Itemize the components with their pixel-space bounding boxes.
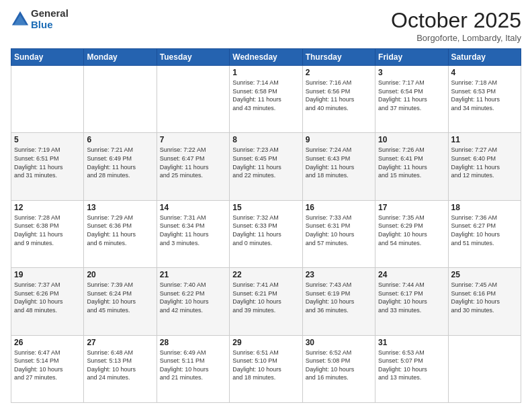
calendar-day-header: Sunday — [11, 49, 84, 66]
calendar-cell: 4Sunrise: 7:18 AM Sunset: 6:53 PM Daylig… — [448, 66, 521, 133]
calendar-cell: 11Sunrise: 7:27 AM Sunset: 6:40 PM Dayli… — [448, 133, 521, 200]
day-info: Sunrise: 6:47 AM Sunset: 5:14 PM Dayligh… — [14, 349, 81, 382]
calendar-cell: 14Sunrise: 7:31 AM Sunset: 6:34 PM Dayli… — [157, 200, 229, 267]
day-number: 13 — [87, 203, 153, 212]
logo-general-text: General — [31, 8, 69, 19]
day-number: 23 — [306, 270, 372, 279]
day-info: Sunrise: 7:27 AM Sunset: 6:40 PM Dayligh… — [451, 146, 518, 179]
day-info: Sunrise: 7:22 AM Sunset: 6:47 PM Dayligh… — [160, 146, 226, 179]
day-info: Sunrise: 7:18 AM Sunset: 6:53 PM Dayligh… — [451, 79, 518, 112]
calendar-day-header: Thursday — [302, 49, 375, 66]
day-number: 7 — [160, 135, 226, 144]
subtitle: Borgoforte, Lombardy, Italy — [391, 33, 521, 43]
day-number: 18 — [451, 203, 518, 212]
day-info: Sunrise: 7:40 AM Sunset: 6:22 PM Dayligh… — [160, 281, 226, 314]
calendar-cell: 25Sunrise: 7:45 AM Sunset: 6:16 PM Dayli… — [448, 268, 521, 335]
day-info: Sunrise: 7:45 AM Sunset: 6:16 PM Dayligh… — [451, 281, 518, 314]
day-number: 12 — [14, 203, 81, 212]
calendar-cell: 27Sunrise: 6:48 AM Sunset: 5:13 PM Dayli… — [84, 335, 157, 402]
day-info: Sunrise: 7:44 AM Sunset: 6:17 PM Dayligh… — [378, 281, 445, 314]
calendar-cell: 3Sunrise: 7:17 AM Sunset: 6:54 PM Daylig… — [375, 66, 448, 133]
day-info: Sunrise: 7:31 AM Sunset: 6:34 PM Dayligh… — [160, 214, 226, 247]
day-number: 14 — [160, 203, 226, 212]
calendar-cell: 30Sunrise: 6:52 AM Sunset: 5:08 PM Dayli… — [302, 335, 375, 402]
day-info: Sunrise: 7:41 AM Sunset: 6:21 PM Dayligh… — [232, 281, 299, 314]
day-number: 8 — [232, 135, 299, 144]
calendar-cell — [448, 335, 521, 402]
day-info: Sunrise: 6:48 AM Sunset: 5:13 PM Dayligh… — [87, 349, 153, 382]
day-info: Sunrise: 7:36 AM Sunset: 6:27 PM Dayligh… — [451, 214, 518, 247]
logo: General Blue — [11, 8, 69, 30]
day-number: 19 — [14, 270, 81, 279]
calendar-cell — [11, 66, 84, 133]
day-number: 17 — [378, 203, 445, 212]
calendar-day-header: Monday — [84, 49, 157, 66]
day-info: Sunrise: 7:32 AM Sunset: 6:33 PM Dayligh… — [232, 214, 299, 247]
calendar-day-header: Tuesday — [157, 49, 229, 66]
day-number: 27 — [87, 338, 153, 347]
day-info: Sunrise: 7:29 AM Sunset: 6:36 PM Dayligh… — [87, 214, 153, 247]
calendar-day-header: Saturday — [448, 49, 521, 66]
calendar-cell: 16Sunrise: 7:33 AM Sunset: 6:31 PM Dayli… — [302, 200, 375, 267]
day-info: Sunrise: 7:37 AM Sunset: 6:26 PM Dayligh… — [14, 281, 81, 314]
day-info: Sunrise: 7:26 AM Sunset: 6:41 PM Dayligh… — [378, 146, 445, 179]
day-info: Sunrise: 6:49 AM Sunset: 5:11 PM Dayligh… — [160, 349, 226, 382]
day-number: 20 — [87, 270, 153, 279]
calendar-cell: 10Sunrise: 7:26 AM Sunset: 6:41 PM Dayli… — [375, 133, 448, 200]
calendar-cell: 17Sunrise: 7:35 AM Sunset: 6:29 PM Dayli… — [375, 200, 448, 267]
day-number: 3 — [378, 68, 445, 77]
day-number: 28 — [160, 338, 226, 347]
calendar-cell: 8Sunrise: 7:23 AM Sunset: 6:45 PM Daylig… — [230, 133, 302, 200]
calendar-cell: 19Sunrise: 7:37 AM Sunset: 6:26 PM Dayli… — [11, 268, 84, 335]
day-info: Sunrise: 7:28 AM Sunset: 6:38 PM Dayligh… — [14, 214, 81, 247]
day-number: 16 — [306, 203, 372, 212]
calendar-cell: 26Sunrise: 6:47 AM Sunset: 5:14 PM Dayli… — [11, 335, 84, 402]
day-number: 31 — [378, 338, 445, 347]
day-info: Sunrise: 6:53 AM Sunset: 5:07 PM Dayligh… — [378, 349, 445, 382]
calendar-day-header: Wednesday — [230, 49, 302, 66]
calendar-cell — [157, 66, 229, 133]
calendar-cell: 20Sunrise: 7:39 AM Sunset: 6:24 PM Dayli… — [84, 268, 157, 335]
day-number: 24 — [378, 270, 445, 279]
day-number: 30 — [306, 338, 372, 347]
calendar-week-row: 1Sunrise: 7:14 AM Sunset: 6:58 PM Daylig… — [11, 66, 521, 133]
day-number: 10 — [378, 135, 445, 144]
day-number: 15 — [232, 203, 299, 212]
calendar-header-row: SundayMondayTuesdayWednesdayThursdayFrid… — [11, 49, 521, 66]
logo-icon — [11, 10, 30, 29]
calendar-cell: 24Sunrise: 7:44 AM Sunset: 6:17 PM Dayli… — [375, 268, 448, 335]
calendar-cell: 12Sunrise: 7:28 AM Sunset: 6:38 PM Dayli… — [11, 200, 84, 267]
calendar-day-header: Friday — [375, 49, 448, 66]
calendar-cell: 28Sunrise: 6:49 AM Sunset: 5:11 PM Dayli… — [157, 335, 229, 402]
day-number: 2 — [306, 68, 372, 77]
month-title: October 2025 — [391, 8, 521, 33]
day-info: Sunrise: 7:43 AM Sunset: 6:19 PM Dayligh… — [306, 281, 372, 314]
day-info: Sunrise: 7:23 AM Sunset: 6:45 PM Dayligh… — [232, 146, 299, 179]
calendar-cell: 7Sunrise: 7:22 AM Sunset: 6:47 PM Daylig… — [157, 133, 229, 200]
calendar-cell: 15Sunrise: 7:32 AM Sunset: 6:33 PM Dayli… — [230, 200, 302, 267]
calendar-cell: 6Sunrise: 7:21 AM Sunset: 6:49 PM Daylig… — [84, 133, 157, 200]
calendar-week-row: 12Sunrise: 7:28 AM Sunset: 6:38 PM Dayli… — [11, 200, 521, 267]
day-number: 29 — [232, 338, 299, 347]
day-info: Sunrise: 7:19 AM Sunset: 6:51 PM Dayligh… — [14, 146, 81, 179]
calendar-cell: 31Sunrise: 6:53 AM Sunset: 5:07 PM Dayli… — [375, 335, 448, 402]
day-info: Sunrise: 6:51 AM Sunset: 5:10 PM Dayligh… — [232, 349, 299, 382]
day-info: Sunrise: 7:24 AM Sunset: 6:43 PM Dayligh… — [306, 146, 372, 179]
day-info: Sunrise: 7:39 AM Sunset: 6:24 PM Dayligh… — [87, 281, 153, 314]
day-number: 6 — [87, 135, 153, 144]
day-number: 22 — [232, 270, 299, 279]
calendar-week-row: 19Sunrise: 7:37 AM Sunset: 6:26 PM Dayli… — [11, 268, 521, 335]
day-number: 26 — [14, 338, 81, 347]
day-number: 5 — [14, 135, 81, 144]
day-number: 25 — [451, 270, 518, 279]
day-number: 21 — [160, 270, 226, 279]
calendar-cell: 1Sunrise: 7:14 AM Sunset: 6:58 PM Daylig… — [230, 66, 302, 133]
calendar-cell: 2Sunrise: 7:16 AM Sunset: 6:56 PM Daylig… — [302, 66, 375, 133]
calendar-cell: 9Sunrise: 7:24 AM Sunset: 6:43 PM Daylig… — [302, 133, 375, 200]
day-info: Sunrise: 7:21 AM Sunset: 6:49 PM Dayligh… — [87, 146, 153, 179]
day-number: 9 — [306, 135, 372, 144]
calendar-cell: 22Sunrise: 7:41 AM Sunset: 6:21 PM Dayli… — [230, 268, 302, 335]
day-number: 4 — [451, 68, 518, 77]
day-info: Sunrise: 7:17 AM Sunset: 6:54 PM Dayligh… — [378, 79, 445, 112]
calendar-cell: 23Sunrise: 7:43 AM Sunset: 6:19 PM Dayli… — [302, 268, 375, 335]
